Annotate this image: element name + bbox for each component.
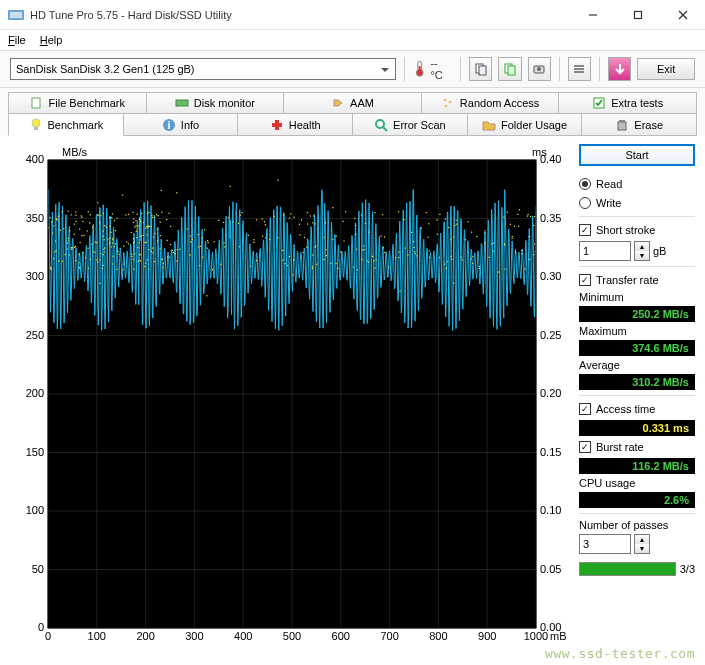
svg-rect-458	[312, 222, 313, 223]
short-stroke-input[interactable]	[579, 241, 631, 261]
svg-rect-254	[315, 247, 316, 248]
svg-rect-307	[343, 240, 344, 241]
svg-text:0.30: 0.30	[540, 270, 561, 282]
tab-aam[interactable]: AAM	[283, 92, 422, 114]
svg-text:0.10: 0.10	[540, 504, 561, 516]
svg-rect-448	[55, 241, 56, 242]
tab-error-scan[interactable]: Error Scan	[352, 114, 468, 136]
svg-rect-365	[448, 227, 449, 228]
maximize-button[interactable]	[615, 0, 660, 30]
svg-text:400: 400	[26, 153, 44, 165]
svg-rect-308	[445, 218, 446, 219]
svg-rect-117	[186, 228, 187, 229]
progress-text: 3/3	[680, 563, 695, 575]
svg-rect-133	[220, 264, 221, 265]
svg-rect-472	[454, 225, 455, 226]
svg-point-24	[32, 119, 40, 127]
tab-erase[interactable]: Erase	[581, 114, 697, 136]
mode-read[interactable]: Read	[579, 176, 695, 192]
svg-rect-461	[190, 254, 191, 255]
tab-health[interactable]: Health	[237, 114, 353, 136]
device-select[interactable]: SanDisk SanDisk 3.2 Gen1 (125 gB)	[10, 58, 396, 80]
svg-rect-250	[139, 219, 140, 220]
menu-help[interactable]: Help	[40, 34, 63, 46]
transfer-rate-check[interactable]: ✓Transfer rate	[579, 272, 695, 288]
svg-rect-357	[439, 257, 440, 258]
svg-rect-33	[619, 120, 625, 122]
start-button[interactable]: Start	[579, 144, 695, 166]
short-stroke-check[interactable]: ✓Short stroke	[579, 222, 695, 238]
exit-button[interactable]: Exit	[637, 58, 695, 80]
tab-random-access[interactable]: Random Access	[421, 92, 560, 114]
tab-extra-tests[interactable]: Extra tests	[558, 92, 697, 114]
svg-rect-359	[293, 217, 294, 218]
info-icon: i	[162, 118, 176, 132]
svg-rect-185	[312, 266, 313, 267]
svg-rect-201	[90, 259, 91, 260]
options-button[interactable]	[568, 57, 591, 81]
copy-info-button[interactable]	[469, 57, 492, 81]
passes-input[interactable]	[579, 534, 631, 554]
svg-rect-411	[282, 259, 283, 260]
save-screenshot-button[interactable]	[528, 57, 551, 81]
mode-write[interactable]: Write	[579, 195, 695, 211]
svg-rect-360	[498, 201, 499, 202]
svg-rect-483	[479, 266, 480, 267]
tab-area: File Benchmark Disk monitor AAM Random A…	[0, 88, 705, 136]
tab-benchmark[interactable]: Benchmark	[8, 114, 124, 136]
svg-rect-241	[115, 243, 116, 244]
check-label: Transfer rate	[596, 274, 659, 286]
svg-rect-361	[111, 217, 112, 218]
tab-info[interactable]: iInfo	[123, 114, 239, 136]
svg-rect-162	[79, 254, 80, 255]
svg-rect-376	[177, 249, 178, 250]
svg-rect-202	[465, 239, 466, 240]
spin-arrows[interactable]: ▲▼	[634, 534, 650, 554]
svg-rect-463	[145, 263, 146, 264]
svg-rect-8	[419, 66, 421, 72]
svg-rect-319	[135, 225, 136, 226]
passes-spin: ▲▼	[579, 534, 695, 554]
save-button-pink[interactable]	[608, 57, 631, 81]
spin-arrows[interactable]: ▲▼	[634, 241, 650, 261]
svg-rect-444	[421, 227, 422, 228]
svg-rect-179	[404, 248, 405, 249]
svg-rect-348	[250, 266, 251, 267]
access-time-check[interactable]: ✓Access time	[579, 401, 695, 417]
burst-rate-check[interactable]: ✓Burst rate	[579, 439, 695, 455]
copy-screenshot-button[interactable]	[498, 57, 521, 81]
svg-rect-248	[238, 223, 239, 224]
svg-rect-482	[310, 215, 311, 216]
svg-text:i: i	[167, 119, 170, 131]
close-button[interactable]	[660, 0, 705, 30]
svg-rect-235	[354, 218, 355, 219]
svg-rect-349	[253, 239, 254, 240]
svg-rect-188	[283, 214, 284, 215]
svg-rect-114	[306, 247, 307, 248]
svg-rect-181	[110, 232, 111, 233]
svg-rect-191	[484, 242, 485, 243]
svg-rect-331	[139, 242, 140, 243]
svg-rect-198	[447, 261, 448, 262]
svg-rect-399	[152, 247, 153, 248]
svg-rect-186	[528, 214, 529, 215]
svg-rect-410	[307, 212, 308, 213]
tab-label: Disk monitor	[194, 97, 255, 109]
svg-rect-15	[574, 65, 584, 67]
tab-disk-monitor[interactable]: Disk monitor	[146, 92, 285, 114]
svg-rect-438	[138, 260, 139, 261]
svg-rect-160	[162, 267, 163, 268]
svg-rect-287	[148, 227, 149, 228]
svg-rect-259	[413, 241, 414, 242]
menu-file[interactable]: File	[8, 34, 26, 46]
tab-folder-usage[interactable]: Folder Usage	[467, 114, 583, 136]
svg-text:ms: ms	[532, 146, 547, 158]
svg-rect-223	[172, 250, 173, 251]
svg-rect-432	[92, 251, 93, 252]
tab-file-benchmark[interactable]: File Benchmark	[8, 92, 147, 114]
svg-rect-126	[128, 214, 129, 215]
minimize-button[interactable]	[570, 0, 615, 30]
svg-rect-207	[140, 221, 141, 222]
svg-rect-392	[125, 214, 126, 215]
svg-rect-238	[160, 235, 161, 236]
